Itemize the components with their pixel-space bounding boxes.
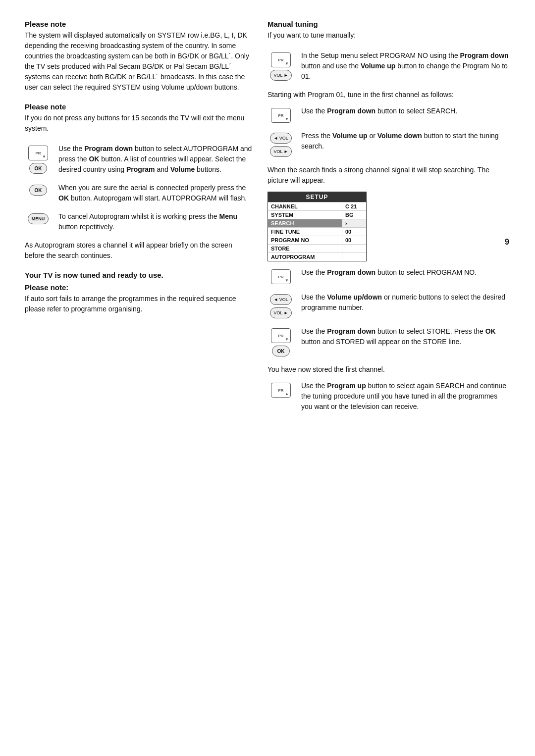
setup-system-value: BG bbox=[342, 211, 366, 219]
page-container: Please note The system will displayed au… bbox=[0, 0, 535, 440]
autoprogram-text: Use the Program down button to select AU… bbox=[58, 144, 253, 175]
manual-tuning-section: Manual tuning If you want to tune manual… bbox=[268, 20, 510, 41]
please-note-1-title: Please note bbox=[25, 20, 253, 28]
please-note-2-body: If you do not press any buttons for 15 s… bbox=[25, 113, 253, 134]
pr-label-1: PR bbox=[278, 58, 283, 62]
setup-programno-label: PROGRAM NO bbox=[268, 236, 342, 244]
pr-vol-group: PR VOL ► bbox=[270, 52, 292, 81]
pr-label: PR bbox=[35, 151, 41, 155]
icon-row-aerial: OK When you are sure the aerial is conne… bbox=[25, 183, 253, 203]
please-note-2-title: Please note bbox=[25, 102, 253, 111]
setup-store-label: STORE bbox=[268, 245, 342, 252]
icon-col-menu: MENU bbox=[25, 211, 52, 224]
icon-col-pr-ok-2: PR OK bbox=[268, 326, 294, 356]
icon-col-pr-ok: PR OK bbox=[25, 144, 52, 174]
pr-down-btn-4: PR bbox=[271, 328, 291, 343]
setup-row-finetune: FINE TUNE 00 bbox=[268, 227, 366, 236]
program-no-select-text: Use the Program down button to select PR… bbox=[301, 267, 510, 278]
pr-down-button: PR bbox=[28, 146, 48, 160]
icon-row-program-no: PR VOL ► In the Setup menu select PROGRA… bbox=[268, 50, 510, 82]
vol-programme-text: Use the Volume up/down or numeric button… bbox=[301, 292, 510, 313]
setup-programno-value: 00 bbox=[342, 236, 366, 244]
icon-row-autoprogram: PR OK Use the Program down button to sel… bbox=[25, 144, 253, 175]
left-column: Please note The system will displayed au… bbox=[25, 20, 253, 420]
icon-row-vol-programme: ◄ VOL VOL ► Use the Volume up/down or nu… bbox=[268, 292, 510, 318]
aerial-text: When you are sure the aerial is connecte… bbox=[58, 183, 253, 203]
ok-button-3: OK bbox=[272, 346, 290, 356]
setup-search-value: › bbox=[342, 219, 366, 227]
pr-down-btn-2: PR bbox=[271, 108, 291, 123]
pr-label-4: PR bbox=[278, 334, 283, 338]
pr-ok-group-2: PR OK bbox=[271, 328, 291, 356]
manual-tuning-title: Manual tuning bbox=[268, 20, 510, 28]
setup-row-system: SYSTEM BG bbox=[268, 210, 366, 219]
vol-right-btn-3: VOL ► bbox=[270, 307, 292, 318]
please-note-1-body: The system will displayed automatically … bbox=[25, 30, 253, 93]
setup-header: SETUP bbox=[268, 192, 366, 202]
vol-left-btn-2: ◄ VOL bbox=[270, 294, 292, 305]
program-up-text: Use the Program up button to select agai… bbox=[301, 381, 510, 412]
setup-finetune-label: FINE TUNE bbox=[268, 228, 342, 236]
setup-search-label: SEARCH bbox=[268, 219, 342, 227]
icon-row-search: PR Use the Program down button to select… bbox=[268, 106, 510, 123]
please-note-3-title: Please note: bbox=[25, 283, 253, 292]
pr-down-ok-group: PR OK bbox=[28, 146, 48, 174]
setup-store-value bbox=[342, 245, 366, 252]
manual-tuning-intro: If you want to tune manually: bbox=[268, 30, 510, 41]
vol-right-btn-1: VOL ► bbox=[270, 70, 292, 81]
setup-row-programno: PROGRAM NO 00 bbox=[268, 236, 366, 244]
please-note-1: Please note The system will displayed au… bbox=[25, 20, 253, 93]
pr-up-btn: PR bbox=[271, 383, 291, 398]
pr-down-btn-3: PR bbox=[271, 269, 291, 284]
cancel-text: To cancel Autoprogram whilst it is worki… bbox=[58, 211, 253, 232]
vol-lr-group: ◄ VOL VOL ► bbox=[270, 133, 292, 157]
page-number: 9 bbox=[505, 238, 509, 247]
search-select-text: Use the Program down button to select SE… bbox=[301, 106, 510, 116]
menu-button: MENU bbox=[28, 213, 49, 224]
setup-autoprogram-label: AUTOPROGRAM bbox=[268, 253, 342, 261]
setup-row-store: STORE bbox=[268, 244, 366, 252]
icon-row-cancel: MENU To cancel Autoprogram whilst it is … bbox=[25, 211, 253, 232]
vol-right-btn-2: VOL ► bbox=[270, 146, 292, 157]
setup-channel-label: CHANNEL bbox=[268, 202, 342, 210]
please-note-3: Please note: If auto sort fails to arran… bbox=[25, 283, 253, 314]
pr-label-2: PR bbox=[278, 113, 283, 118]
setup-system-label: SYSTEM bbox=[268, 211, 342, 219]
vol-tuning-text: Press the Volume up or Volume down butto… bbox=[301, 131, 510, 151]
icon-row-vol-tuning: ◄ VOL VOL ► Press the Volume up or Volum… bbox=[268, 131, 510, 157]
pr-down-btn-1: PR bbox=[271, 52, 291, 67]
vol-ud-group: ◄ VOL VOL ► bbox=[270, 294, 292, 318]
store-text: Use the Program down button to select ST… bbox=[301, 326, 510, 347]
icon-row-program-up: PR Use the Program up button to select a… bbox=[268, 381, 510, 412]
please-note-2: Please note If you do not press any butt… bbox=[25, 102, 253, 134]
icon-col-vol-ud: ◄ VOL VOL ► bbox=[268, 292, 294, 318]
setup-finetune-value: 00 bbox=[342, 228, 366, 236]
icon-col-ok: OK bbox=[25, 183, 52, 196]
icon-col-pr-down-3: PR bbox=[268, 267, 294, 284]
setup-row-channel: CHANNEL C 21 bbox=[268, 202, 366, 210]
setup-row-search: SEARCH › bbox=[268, 219, 366, 227]
icon-col-pr-up: PR bbox=[268, 381, 294, 398]
icon-col-pr-vol: PR VOL ► bbox=[268, 50, 294, 81]
setup-autoprogram-value bbox=[342, 253, 366, 261]
autoprogram-stores-text: As Autoprogram stores a channel it will … bbox=[25, 240, 253, 261]
stores-body: As Autoprogram stores a channel it will … bbox=[25, 240, 253, 261]
pr-label-5: PR bbox=[278, 388, 283, 393]
search-finds-text: When the search finds a strong channel s… bbox=[268, 165, 510, 186]
icon-row-store: PR OK Use the Program down button to sel… bbox=[268, 326, 510, 356]
setup-channel-value: C 21 bbox=[342, 202, 366, 210]
setup-row-autoprogram: AUTOPROGRAM bbox=[268, 252, 366, 261]
icon-row-program-no-select: PR Use the Program down button to select… bbox=[268, 267, 510, 284]
stored-channel-text: You have now stored the first channel. bbox=[268, 364, 510, 375]
ok-button: OK bbox=[29, 163, 47, 174]
ok-button-2: OK bbox=[29, 185, 47, 196]
right-column: Manual tuning If you want to tune manual… bbox=[268, 20, 510, 420]
please-note-3-body: If auto sort fails to arrange the progra… bbox=[25, 294, 253, 314]
pr-label-3: PR bbox=[278, 275, 283, 279]
program-no-text: In the Setup menu select PROGRAM NO usin… bbox=[301, 50, 510, 82]
program-01-text: Starting with Program 01, tune in the fi… bbox=[268, 90, 510, 100]
vol-left-btn: ◄ VOL bbox=[270, 133, 292, 144]
tuned-text: Your TV is now tuned and ready to use. bbox=[25, 271, 253, 279]
tuned-ready: Your TV is now tuned and ready to use. bbox=[25, 271, 253, 279]
icon-col-pr-down-2: PR bbox=[268, 106, 294, 123]
